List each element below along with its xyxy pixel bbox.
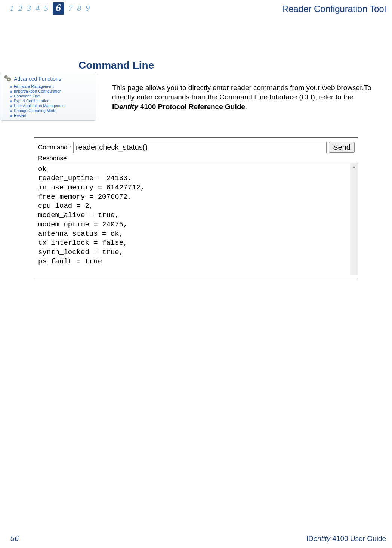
- chapter-nav: 123456789: [10, 2, 90, 15]
- footer-doc-prefix: ID: [306, 535, 314, 542]
- gear-icon: [3, 74, 12, 83]
- section-heading: Command Line: [78, 59, 392, 71]
- page-footer: 56 IDentity 4100 User Guide: [0, 534, 392, 543]
- command-line-panel: Command : Send Response ok reader_uptime…: [34, 137, 358, 279]
- intro-seg3: .: [245, 103, 247, 111]
- response-box: ok reader_uptime = 24183, in_use_memory …: [38, 163, 358, 275]
- chapter-link-4[interactable]: 4: [36, 3, 40, 13]
- sidebar-item-change-operating-mode[interactable]: Change Operating Mode: [10, 108, 93, 113]
- chapter-link-2[interactable]: 2: [18, 3, 22, 13]
- chapter-link-8[interactable]: 8: [77, 3, 81, 13]
- footer-doc-suffix: 4100 User Guide: [330, 535, 386, 542]
- response-scrollbar[interactable]: ▲: [350, 163, 358, 275]
- footer-doc-italic: entity: [314, 535, 330, 542]
- chapter-link-1[interactable]: 1: [10, 3, 14, 13]
- intro-seg1: This page allows you to directly enter r…: [112, 84, 371, 101]
- sidebar-item-restart[interactable]: Restart: [10, 113, 93, 118]
- chapter-link-9[interactable]: 9: [86, 3, 90, 13]
- intro-guide-prefix: ID: [112, 103, 119, 111]
- footer-doc-title: IDentity 4100 User Guide: [306, 535, 386, 543]
- sidebar-item-command-line[interactable]: Command Line: [10, 94, 93, 99]
- advanced-functions-panel: Advanced Functions Firmware ManagementIm…: [0, 72, 96, 121]
- intro-paragraph: This page allows you to directly enter r…: [112, 83, 381, 112]
- command-label: Command :: [38, 144, 71, 151]
- footer-page-number: 56: [10, 534, 19, 543]
- sidebar-item-import-export-configuration[interactable]: Import/Export Configuration: [10, 89, 93, 94]
- chapter-link-5[interactable]: 5: [44, 3, 48, 13]
- response-text: ok reader_uptime = 24183, in_use_memory …: [38, 163, 349, 266]
- intro-guide-italic: entity: [119, 103, 138, 111]
- scroll-up-icon[interactable]: ▲: [351, 163, 357, 170]
- sidebar-item-user-application-management[interactable]: User Application Management: [10, 103, 93, 108]
- chapter-link-7[interactable]: 7: [68, 3, 72, 13]
- send-button[interactable]: Send: [329, 142, 355, 153]
- sidebar-title: Advanced Functions: [14, 76, 61, 82]
- svg-point-2: [6, 77, 7, 78]
- intro-guide-suffix: 4100 Protocol Reference Guide: [138, 103, 245, 111]
- sidebar-list: Firmware ManagementImport/Export Configu…: [3, 84, 93, 118]
- sidebar-item-expert-configuration[interactable]: Expert Configuration: [10, 99, 93, 103]
- chapter-link-6[interactable]: 6: [53, 2, 64, 15]
- chapter-link-3[interactable]: 3: [27, 3, 31, 13]
- response-label: Response: [38, 155, 358, 162]
- svg-point-3: [8, 79, 10, 80]
- command-input[interactable]: [73, 142, 327, 153]
- header-title: Reader Configuration Tool: [282, 2, 388, 14]
- sidebar-item-firmware-management[interactable]: Firmware Management: [10, 84, 93, 89]
